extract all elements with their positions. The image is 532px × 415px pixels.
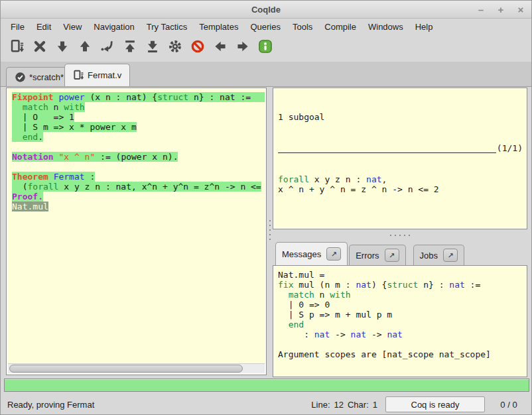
forward-icon bbox=[235, 39, 250, 56]
close-icon[interactable]: × bbox=[515, 4, 526, 15]
menu-view[interactable]: View bbox=[57, 21, 88, 33]
document-tabstrip: *scratch*Fermat.v bbox=[1, 62, 531, 87]
code-line[interactable]: | O => 1 bbox=[12, 112, 265, 122]
code-line[interactable]: end. bbox=[12, 132, 265, 142]
tab-label: Fermat.v bbox=[88, 70, 121, 80]
go-to-start-button[interactable] bbox=[121, 39, 139, 56]
goal-separator-line bbox=[278, 145, 496, 153]
code-line: fix mul (n m : nat) {struct n} : nat := bbox=[278, 280, 527, 290]
go-down-icon bbox=[55, 39, 70, 56]
code-line[interactable]: Nat.mul bbox=[12, 202, 265, 211]
go-to-end-button[interactable] bbox=[144, 39, 161, 56]
tab-label: Errors bbox=[356, 251, 379, 261]
save-page-icon bbox=[73, 70, 84, 81]
go-up-icon bbox=[78, 39, 92, 56]
menu-windows[interactable]: Windows bbox=[362, 21, 409, 33]
code-line: Nat.mul = bbox=[278, 270, 527, 280]
tab-messages[interactable]: Messages↗ bbox=[275, 242, 348, 265]
menu-templates[interactable]: Templates bbox=[193, 21, 244, 33]
script-editor-content: Fixpoint power (x n : nat) {struct n} : … bbox=[8, 89, 265, 363]
code-line[interactable]: Notation "x ^ n" := (power x n). bbox=[12, 152, 265, 162]
line-value: 12 bbox=[334, 400, 344, 410]
code-line: end bbox=[278, 320, 527, 329]
code-line: | S p => m + mul p m bbox=[278, 310, 527, 320]
tab-fermat-v[interactable]: Fermat.v bbox=[64, 64, 130, 86]
menu-edit[interactable]: Edit bbox=[31, 21, 57, 33]
interrupt-button[interactable] bbox=[189, 39, 206, 56]
code-line[interactable]: match n with bbox=[12, 102, 265, 112]
code-line[interactable]: Theorem Fermat : bbox=[12, 172, 265, 182]
horizontal-pane-splitter[interactable] bbox=[273, 229, 527, 241]
forward-button[interactable] bbox=[234, 39, 251, 56]
goto-cursor-button[interactable] bbox=[99, 39, 116, 56]
code-line: : nat -> nat -> nat bbox=[278, 329, 527, 339]
title-bar[interactable]: CoqIde – + × bbox=[1, 1, 531, 19]
vertical-pane-splitter[interactable] bbox=[267, 88, 273, 375]
stop-button[interactable] bbox=[31, 39, 48, 56]
menu-file[interactable]: File bbox=[5, 21, 31, 33]
tab-label: Messages bbox=[282, 249, 321, 259]
goals-pane[interactable]: 1 subgoal (1/1) forall x y z n : nat,x ^… bbox=[273, 88, 527, 229]
code-line[interactable]: | S m => x * power x m bbox=[12, 122, 265, 132]
script-editor-pane[interactable]: Fixpoint power (x n : nat) {struct n} : … bbox=[6, 88, 267, 375]
minimize-icon[interactable]: – bbox=[476, 4, 486, 15]
menu-tools[interactable]: Tools bbox=[287, 21, 318, 33]
code-line bbox=[278, 339, 527, 349]
about-button[interactable] bbox=[257, 39, 274, 56]
char-label: Char: bbox=[348, 400, 369, 410]
back-button[interactable] bbox=[212, 39, 229, 56]
window-controls: – + × bbox=[476, 1, 526, 19]
detach-button[interactable]: ↗ bbox=[326, 247, 341, 261]
menu-bar: FileEditViewNavigationTry TacticsTemplat… bbox=[1, 19, 531, 34]
menu-queries[interactable]: Queries bbox=[244, 21, 287, 33]
coq-state-box: Coq is ready bbox=[385, 396, 485, 412]
tab-errors[interactable]: Errors↗ bbox=[349, 245, 405, 265]
code-line[interactable] bbox=[12, 162, 265, 172]
status-message: Ready, proving Fermat bbox=[7, 400, 311, 410]
code-line[interactable]: (forall x y z n : nat, x^n + y^n = z^n -… bbox=[12, 182, 265, 192]
menu-compile[interactable]: Compile bbox=[318, 21, 362, 33]
tab-jobs[interactable]: Jobs↗ bbox=[413, 245, 464, 265]
go-to-start-icon bbox=[123, 39, 137, 56]
save-button[interactable] bbox=[9, 39, 26, 56]
back-icon bbox=[213, 39, 228, 56]
scrollbar-thumb[interactable] bbox=[9, 365, 243, 373]
go-up-button[interactable] bbox=[76, 39, 94, 56]
code-line[interactable]: Fixpoint power (x n : nat) {struct n} : … bbox=[12, 92, 265, 102]
detach-button[interactable]: ↗ bbox=[443, 249, 458, 262]
code-line: forall x y z n : nat, bbox=[278, 174, 527, 184]
interrupt-icon bbox=[190, 39, 205, 56]
window-title: CoqIde bbox=[251, 5, 281, 15]
splitter-grip-icon bbox=[269, 220, 271, 243]
line-label: Line: bbox=[311, 400, 330, 410]
status-bar: Ready, proving Fermat Line: 12 Char: 1 C… bbox=[1, 393, 531, 415]
editor-horizontal-scrollbar[interactable] bbox=[8, 363, 265, 373]
status-right: Line: 12 Char: 1 Coq is ready 0 / 0 bbox=[311, 396, 525, 412]
menu-help[interactable]: Help bbox=[409, 21, 439, 33]
char-value: 1 bbox=[373, 400, 377, 410]
menu-navigation[interactable]: Navigation bbox=[88, 21, 140, 33]
goto-cursor-icon bbox=[100, 39, 115, 56]
detach-arrow-icon: ↗ bbox=[389, 251, 395, 260]
sentence-counts: 0 / 0 bbox=[493, 400, 525, 410]
code-line[interactable] bbox=[12, 142, 265, 152]
menu-try-tactics[interactable]: Try Tactics bbox=[141, 21, 193, 33]
about-icon bbox=[258, 39, 273, 56]
toolbar bbox=[1, 34, 531, 62]
splitter-grip-icon bbox=[390, 235, 410, 236]
coq-state-text: Coq is ready bbox=[411, 400, 460, 410]
detach-button[interactable]: ↗ bbox=[385, 249, 399, 262]
progress-strip bbox=[4, 379, 529, 392]
stop-icon bbox=[33, 39, 47, 56]
code-line[interactable]: Proof. bbox=[12, 192, 265, 202]
subgoal-header: 1 subgoal bbox=[278, 112, 527, 122]
maximize-icon[interactable]: + bbox=[496, 4, 506, 15]
gear-button[interactable] bbox=[166, 39, 184, 56]
detach-arrow-icon: ↗ bbox=[331, 250, 337, 259]
code-line: | 0 => 0 bbox=[278, 300, 527, 310]
messages-pane[interactable]: Nat.mul =fix mul (n m : nat) {struct n} … bbox=[273, 265, 527, 377]
go-down-button[interactable] bbox=[54, 39, 71, 56]
code-line: Argument scopes are [nat_scope nat_scope… bbox=[278, 349, 527, 359]
message-tabstrip: Messages↗Errors↗Jobs↗ bbox=[273, 241, 527, 265]
tab-scratch[interactable]: *scratch* bbox=[6, 67, 72, 86]
